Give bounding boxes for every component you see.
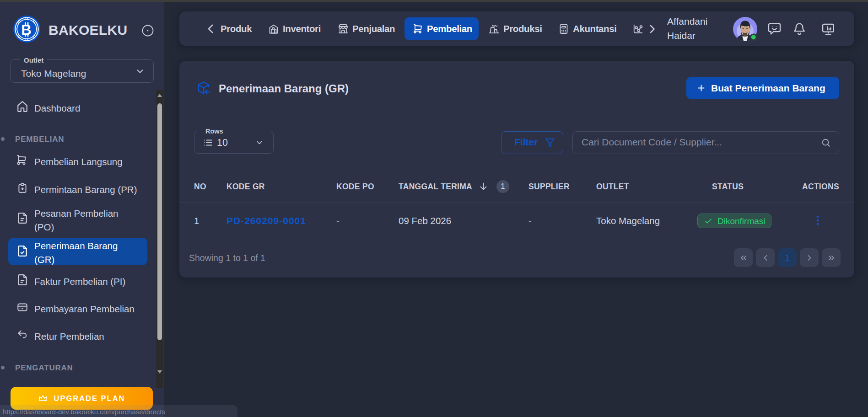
svg-text:B: B <box>21 22 31 38</box>
